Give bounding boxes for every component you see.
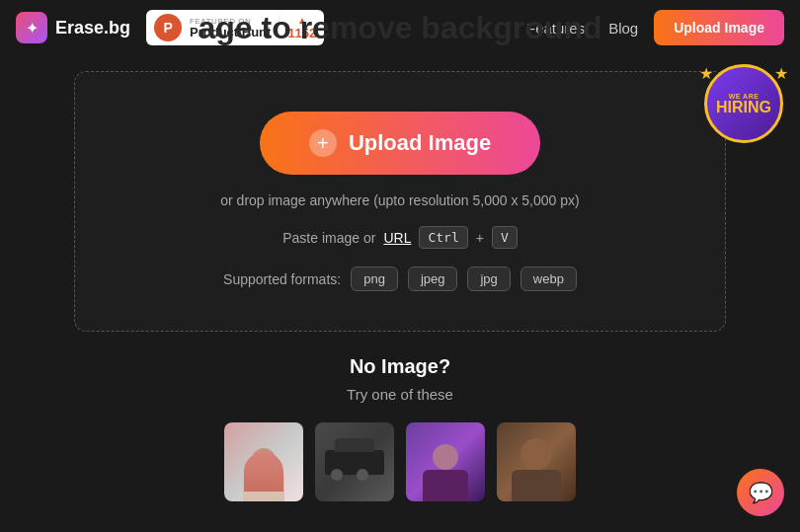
product-hunt-arrow: ▲ <box>297 15 307 26</box>
sample-image-purple-woman[interactable] <box>406 422 485 501</box>
hiring-star-left: ★ <box>699 64 713 83</box>
sample-image-car[interactable] <box>315 422 394 501</box>
nav-features[interactable]: Features <box>526 20 585 37</box>
main-content: + Upload Image or drop image anywhere (u… <box>0 55 800 517</box>
upload-plus-icon: + <box>309 129 337 157</box>
header-upload-button[interactable]: Upload Image <box>654 10 784 45</box>
car-shape <box>325 450 384 475</box>
hiring-circle: WE ARE HIRING <box>704 64 783 143</box>
paste-area: Paste image or URL Ctrl + V <box>282 226 518 249</box>
upload-main-label: Upload Image <box>349 130 491 156</box>
hiring-badge[interactable]: ★ ★ WE ARE HIRING <box>699 59 788 148</box>
format-jpeg: jpeg <box>408 266 458 291</box>
paste-plus: + <box>476 230 484 246</box>
product-hunt-badge[interactable]: P FEATURED ON Product Hunt ▲ 1152 <box>146 10 324 45</box>
sample-image-man[interactable] <box>497 422 576 501</box>
hiring-star-right: ★ <box>774 64 788 83</box>
format-png: png <box>351 266 398 291</box>
no-image-section: No Image? Try one of these <box>224 355 576 501</box>
product-hunt-number: 1152 <box>287 26 316 40</box>
ctrl-key: Ctrl <box>419 226 467 249</box>
hiring-text: HIRING <box>716 100 771 115</box>
man-body <box>512 470 561 501</box>
no-image-subtitle: Try one of these <box>347 386 453 403</box>
hiring-badge-inner: ★ ★ WE ARE HIRING <box>699 64 788 153</box>
sample-image-woman[interactable] <box>224 422 303 501</box>
product-hunt-icon: P <box>154 14 182 41</box>
product-hunt-count: ▲ 1152 <box>279 15 316 40</box>
formats-label: Supported formats: <box>223 271 341 287</box>
chat-icon: 💬 <box>749 481 773 504</box>
product-hunt-text-area: FEATURED ON Product Hunt <box>190 18 271 38</box>
woman-shape <box>243 448 284 501</box>
no-image-title: No Image? <box>350 355 450 378</box>
logo-text: Erase.bg <box>55 18 130 38</box>
product-hunt-name: Product Hunt <box>190 26 271 38</box>
man-head <box>520 438 552 470</box>
drop-hint: or drop image anywhere (upto resolution … <box>220 192 579 208</box>
man-shape <box>512 438 561 501</box>
logo-area: ✦ Erase.bg <box>16 12 130 43</box>
sample-images <box>224 422 576 501</box>
logo-icon: ✦ <box>16 12 47 43</box>
chat-bubble-button[interactable]: 💬 <box>737 469 784 516</box>
format-webp: webp <box>520 266 577 291</box>
paste-label: Paste image or <box>282 230 375 246</box>
nav-blog[interactable]: Blog <box>608 20 638 37</box>
paste-url-link[interactable]: URL <box>383 230 411 246</box>
v-key: V <box>492 226 518 249</box>
main-nav: Features Blog <box>526 20 638 37</box>
format-jpg: jpg <box>467 266 510 291</box>
purple-woman-shape <box>423 444 468 501</box>
formats-area: Supported formats: png jpeg jpg webp <box>223 266 577 291</box>
upload-main-button[interactable]: + Upload Image <box>260 112 540 175</box>
upload-card: + Upload Image or drop image anywhere (u… <box>74 71 726 332</box>
